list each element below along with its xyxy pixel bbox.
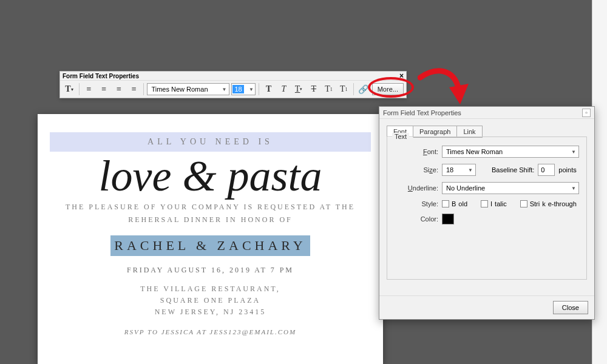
heading-band: ALL YOU NEED IS (50, 132, 371, 152)
dialog-titlebar[interactable]: Form Field Text Properties ▫ (379, 107, 594, 119)
font-dropdown[interactable]: Times New Roman ▼ (442, 146, 579, 158)
dialog-tabs: Font Paragraph Link (387, 125, 587, 137)
dialog-title-text: Form Field Text Properties (383, 109, 461, 116)
more-button[interactable]: More... (372, 83, 404, 95)
annotation-arrow-icon (418, 64, 472, 113)
superscript-icon[interactable]: T1 (322, 83, 336, 96)
dialog-close-button[interactable]: ▫ (582, 109, 591, 117)
align-right-icon[interactable]: ≡ (112, 83, 126, 96)
toolbar-title: Form Field Text Properties (63, 73, 139, 79)
document-page[interactable]: ALL YOU NEED IS love & pasta THE PLEASUR… (38, 114, 383, 364)
text-properties-toolbar: Form Field Text Properties × T▾ ≡ ≡ ≡ ≡ … (59, 71, 407, 98)
separator (259, 83, 259, 95)
underline-icon[interactable]: T▾ (292, 83, 305, 96)
underline-dropdown[interactable]: No Underline ▼ (442, 182, 579, 194)
tab-paragraph[interactable]: Paragraph (413, 126, 457, 138)
chevron-down-icon: ▼ (571, 186, 576, 191)
body-line-2: REHERSAL DINNER IN HONOR OF (50, 215, 371, 224)
text-color-icon[interactable]: T▾ (63, 83, 76, 96)
script-title: love & pasta (50, 154, 371, 198)
baseline-label: Baseline Shift: (492, 166, 534, 174)
baseline-input[interactable] (538, 164, 555, 176)
style-label: Style: (395, 200, 438, 207)
address-line-1: THE VILLAGE RESTAURANT, (50, 283, 371, 295)
names-highlight[interactable]: RACHEL & ZACHARY (110, 235, 310, 256)
color-label: Color: (395, 215, 438, 223)
toolbar-controls: T▾ ≡ ≡ ≡ ≡ Times New Roman ▼ 18 ▼ T T T▾… (60, 81, 406, 98)
underline-value: No Underline (446, 184, 485, 192)
underline-label: Underline: (395, 184, 438, 192)
toolbar-close-button[interactable]: × (399, 73, 404, 79)
chevron-down-icon: ▼ (468, 167, 473, 173)
italic-checkbox[interactable]: Italic (481, 200, 507, 207)
font-family-value: Times New Roman (151, 86, 208, 93)
date-line: FRIDAY AUGUST 16, 2019 AT 7 PM (50, 266, 371, 275)
separator (143, 83, 144, 95)
align-justify-icon[interactable]: ≡ (127, 83, 141, 96)
size-label: Size: (395, 166, 438, 174)
font-label: Font: (395, 148, 438, 155)
font-dropdown-value: Times New Roman (446, 148, 503, 155)
body-line-1: THE PLEASURE OF YOUR COMPANY IS REQUESTE… (50, 203, 371, 212)
font-family-combo[interactable]: Times New Roman ▼ (147, 83, 229, 95)
text-properties-dialog: Form Field Text Properties ▫ Font Paragr… (379, 106, 595, 320)
strikethrough-icon[interactable]: T (307, 83, 320, 96)
hyperlink-icon[interactable]: 🔗 (357, 83, 370, 96)
size-dropdown[interactable]: 18 ▼ (442, 164, 476, 176)
color-swatch[interactable] (442, 214, 454, 224)
chevron-down-icon: ▼ (571, 149, 576, 155)
dialog-body: Font Paragraph Link Text Font: Times New… (379, 119, 594, 295)
separator (353, 83, 354, 95)
font-size-value: 18 (232, 85, 243, 93)
rsvp-line: RSVP TO JESSICA AT JESS123@EMAIL.COM (50, 328, 371, 335)
text-group: Text Font: Times New Roman ▼ Size: 18 ▼ … (387, 136, 587, 280)
dialog-footer: Close (379, 295, 594, 319)
bold-icon[interactable]: T (262, 83, 276, 96)
tab-link[interactable]: Link (457, 126, 482, 138)
points-label: points (558, 166, 576, 174)
chevron-down-icon: ▼ (249, 87, 254, 92)
align-left-icon[interactable]: ≡ (83, 83, 96, 96)
align-center-icon[interactable]: ≡ (97, 83, 110, 96)
font-size-combo[interactable]: 18 ▼ (231, 83, 255, 95)
toolbar-titlebar[interactable]: Form Field Text Properties × (60, 72, 406, 81)
size-value: 18 (446, 166, 453, 174)
bold-checkbox[interactable]: Bold (442, 200, 467, 207)
strike-checkbox[interactable]: Strike-through (520, 200, 577, 207)
italic-icon[interactable]: T (277, 83, 291, 96)
address-line-2: SQUARE ONE PLAZA (50, 295, 371, 306)
address-line-3: NEW JERSEY, NJ 23415 (50, 306, 371, 318)
separator (79, 83, 80, 95)
chevron-down-icon: ▼ (222, 87, 227, 92)
group-legend: Text (392, 133, 409, 140)
close-button[interactable]: Close (553, 301, 588, 314)
subscript-icon[interactable]: T1 (337, 83, 350, 96)
